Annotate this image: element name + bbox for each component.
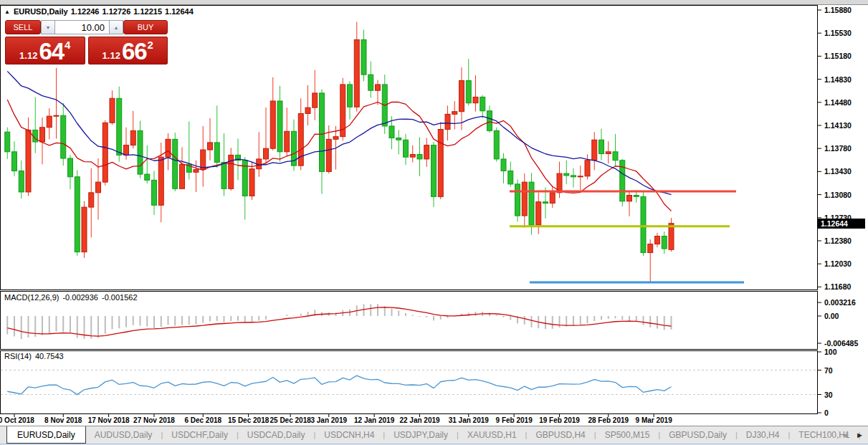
buy-price-pip: 2 <box>148 39 153 51</box>
rsi-name: RSI(14) <box>4 352 32 360</box>
quote-info-line: ▲EURUSD,Daily1.122461.127261.122151.1264… <box>4 7 196 16</box>
quote-low: 1.12215 <box>133 7 162 16</box>
quote-high: 1.12726 <box>102 7 130 16</box>
chevron-up-icon: ▲ <box>114 25 119 30</box>
macd-name: MACD(12,26,9) <box>4 293 59 302</box>
macd-label: MACD(12,26,9)-0.002936-0.001562 <box>4 293 141 302</box>
tab-scroll-arrows: ◄ ► <box>841 426 864 444</box>
sell-button[interactable]: SELL <box>5 20 41 34</box>
one-click-trade-panel: SELL ▼ 10.00 ▲ BUY 1.12 64 4 1.12 66 2 <box>5 20 168 64</box>
quote-open: 1.12246 <box>71 7 100 16</box>
tab-scroll-left-icon[interactable]: ◄ <box>841 431 849 439</box>
buy-button[interactable]: BUY <box>123 20 168 34</box>
trade-prices-row: 1.12 64 4 1.12 66 2 <box>5 37 168 64</box>
sell-price-prefix: 1.12 <box>19 50 37 61</box>
sell-price-box[interactable]: 1.12 64 4 <box>5 37 85 64</box>
quote-symbol: EURUSD,Daily <box>14 7 68 16</box>
rsi-label: RSI(14)40.7543 <box>4 352 67 360</box>
tab-scroll-right-icon[interactable]: ► <box>856 431 864 439</box>
macd-main-value: -0.002936 <box>62 293 98 302</box>
buy-price-prefix: 1.12 <box>102 50 120 61</box>
trade-controls-row: SELL ▼ 10.00 ▲ BUY <box>5 20 168 34</box>
chart-canvas[interactable] <box>0 0 868 445</box>
buy-price-big: 66 <box>122 42 147 61</box>
rsi-value: 40.7543 <box>35 352 64 360</box>
macd-pane-drawing <box>7 304 671 339</box>
quote-close: 1.12644 <box>165 7 194 16</box>
volume-input[interactable]: 10.00 <box>55 20 109 34</box>
chevron-down-icon: ▼ <box>46 25 51 30</box>
buy-price-box[interactable]: 1.12 66 2 <box>88 37 168 64</box>
sell-price-big: 64 <box>39 42 64 61</box>
up-triangle-icon: ▲ <box>4 9 10 15</box>
trading-app-window: 1.12644 1.158801.155301.151801.148301.14… <box>0 0 868 445</box>
volume-decrease-button[interactable]: ▼ <box>41 20 55 34</box>
sell-price-pip: 4 <box>65 39 70 51</box>
rsi-pane-drawing <box>1 370 817 395</box>
volume-increase-button[interactable]: ▲ <box>109 20 123 34</box>
macd-signal-value: -0.001562 <box>102 293 138 302</box>
